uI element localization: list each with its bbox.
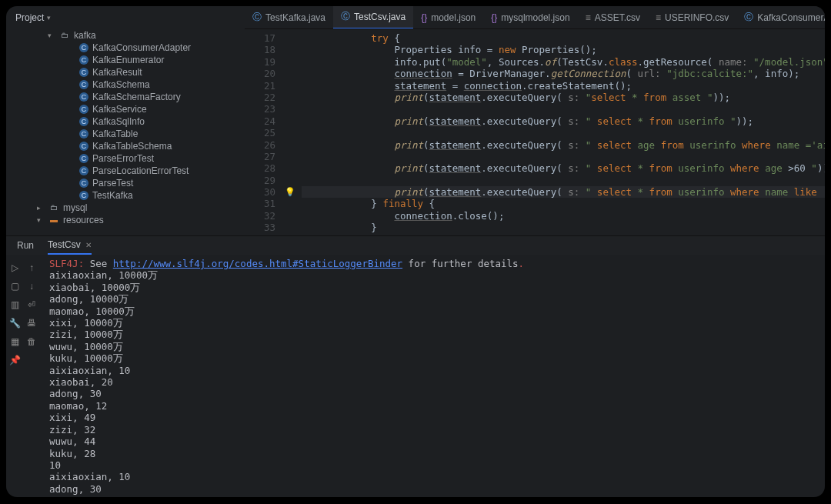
code-line[interactable]: } — [302, 222, 825, 233]
class-icon: C — [79, 80, 88, 89]
chevron-down-icon: ▾ — [47, 14, 51, 22]
csv-icon: ≡ — [656, 12, 661, 23]
resources-icon: ▬ — [48, 215, 59, 225]
tree-item-label: KafkaService — [92, 103, 147, 115]
up-icon[interactable]: ↑ — [29, 262, 34, 273]
class-icon: C — [79, 142, 88, 151]
code-line[interactable]: print(statement.executeQuery( s: " selec… — [302, 139, 825, 151]
code-line[interactable] — [302, 127, 825, 139]
tab-label: KafkaConsumerAdapter.java — [757, 12, 825, 23]
code-line[interactable]: connection.close(); — [302, 210, 825, 222]
tree-item[interactable]: CKafkaService — [15, 103, 245, 115]
tree-item[interactable]: CParseLocationErrorTest — [15, 165, 245, 177]
tree-item[interactable]: CKafkaResult — [15, 66, 245, 78]
code-line[interactable]: } finally { — [302, 198, 825, 209]
class-icon: C — [79, 43, 88, 52]
settings-icon[interactable]: 🔧 — [9, 318, 21, 329]
editor-tab[interactable]: {}model.json — [413, 6, 483, 29]
run-tab-label: TestCsv — [48, 239, 81, 250]
tree-item[interactable]: CKafkaSqlInfo — [15, 115, 245, 128]
code-line[interactable]: print(statement.executeQuery( s: " selec… — [302, 162, 825, 174]
tree-item[interactable]: CKafkaEnumerator — [15, 54, 245, 66]
run-toolbar: ▷ ▢ ▥ 🔧 ▦ 📌 ↑ ↓ ⏎ 🖶 🗑 — [6, 255, 40, 497]
bulb-icon[interactable]: 💡 — [285, 186, 295, 198]
pin-icon[interactable]: 📌 — [9, 355, 21, 365]
folder-icon: 🗀 — [59, 30, 70, 41]
layout-icon[interactable]: ▥ — [11, 299, 19, 310]
json-icon: {} — [421, 12, 427, 23]
tree-item[interactable]: CParseTest — [15, 177, 245, 189]
run-tab-active[interactable]: TestCsv ✕ — [48, 236, 92, 255]
code-editor[interactable]: 1718192021222324252627282930313233 💡 try… — [245, 29, 825, 235]
tree-item-label: kafka — [74, 29, 96, 42]
code-line[interactable]: statement = connection.createStatement()… — [302, 80, 825, 92]
code-line[interactable] — [302, 175, 825, 186]
close-icon[interactable]: ✕ — [85, 241, 92, 249]
project-tree[interactable]: ▾🗀kafkaCKafkaConsumerAdapterCKafkaEnumer… — [6, 29, 245, 235]
project-header[interactable]: Project ▾ — [6, 6, 245, 29]
code-line[interactable] — [302, 151, 825, 162]
editor-tabs[interactable]: ⒸTestKafka.javaⒸTestCsv.java{}model.json… — [245, 6, 825, 29]
class-icon: C — [79, 117, 88, 126]
folder-icon: 🗀 — [48, 202, 59, 213]
tree-folder-kafka[interactable]: ▾🗀kafka — [15, 29, 245, 42]
grid-icon[interactable]: ▦ — [11, 336, 19, 347]
class-icon: C — [79, 55, 88, 65]
print-icon[interactable]: 🖶 — [27, 318, 36, 329]
chevron-icon: ▸ — [37, 202, 45, 214]
log-error: SLF4J: — [49, 258, 90, 269]
code-line[interactable]: info.put("model", Sources.of(TestCsv.cla… — [302, 56, 825, 68]
tab-label: TestCsv.java — [354, 12, 405, 22]
code-line[interactable]: try { — [302, 32, 825, 44]
tree-item[interactable]: CKafkaTableSchema — [15, 140, 245, 152]
stop-icon[interactable]: ▢ — [11, 281, 19, 292]
code-line[interactable]: print(statement.executeQuery( s: "select… — [302, 92, 825, 103]
run-label: Run — [17, 240, 34, 251]
trash-icon[interactable]: 🗑 — [27, 336, 36, 347]
tab-label: ASSET.csv — [595, 12, 640, 23]
project-sidebar: Project ▾ ▾🗀kafkaCKafkaConsumerAdapterCK… — [6, 6, 245, 235]
editor-tab[interactable]: ⒸTestCsv.java — [333, 6, 413, 29]
editor-tab[interactable]: ⒸKafkaConsumerAdapter.java — [736, 6, 825, 29]
java-icon: Ⓒ — [341, 10, 350, 23]
log-link[interactable]: http://www.slf4j.org/codes.html#StaticLo… — [113, 258, 402, 269]
editor-tab[interactable]: ⒸTestKafka.java — [245, 6, 333, 29]
tree-item[interactable]: CKafkaSchemaFactory — [15, 91, 245, 103]
editor-tab[interactable]: {}mysqlmodel.json — [483, 6, 577, 29]
tree-item-label: mysql — [63, 202, 87, 214]
run-icon[interactable]: ▷ — [12, 262, 18, 273]
bulb-gutter: 💡 — [282, 29, 299, 235]
line-gutter: 1718192021222324252627282930313233 — [245, 29, 282, 235]
tree-item[interactable]: CParseErrorTest — [15, 152, 245, 165]
console-output[interactable]: SLF4J: See http://www.slf4j.org/codes.ht… — [40, 255, 825, 497]
tree-item-label: KafkaTable — [92, 128, 138, 140]
tree-item[interactable]: CKafkaConsumerAdapter — [15, 42, 245, 54]
code-line[interactable] — [302, 103, 825, 115]
class-icon: C — [79, 154, 88, 163]
code-line[interactable]: connection = DriverManager.getConnection… — [302, 68, 825, 79]
source-code[interactable]: try { Properties info = new Properties()… — [299, 29, 825, 235]
tree-item[interactable]: CTestKafka — [15, 189, 245, 202]
java-icon: Ⓒ — [744, 11, 753, 24]
code-line[interactable]: print(statement.executeQuery( s: " selec… — [302, 186, 825, 198]
tree-folder-mysql[interactable]: ▸🗀mysql — [15, 202, 245, 214]
editor-tab[interactable]: ≡USERINFO.csv — [648, 6, 736, 29]
tree-item[interactable]: CKafkaTable — [15, 128, 245, 140]
run-body: ▷ ▢ ▥ 🔧 ▦ 📌 ↑ ↓ ⏎ 🖶 🗑 SLF4J: See http://… — [6, 255, 825, 497]
class-icon: C — [79, 129, 88, 139]
wrap-icon[interactable]: ⏎ — [28, 299, 35, 310]
editor-tab[interactable]: ≡ASSET.csv — [578, 6, 648, 29]
tree-item-label: ParseLocationErrorTest — [92, 165, 189, 177]
chevron-icon: ▾ — [37, 214, 45, 226]
run-tabs-bar: Run TestCsv ✕ — [6, 236, 825, 255]
tree-item-label: KafkaSchemaFactory — [92, 91, 181, 103]
tree-folder-resources[interactable]: ▾▬resources — [15, 214, 245, 226]
tree-item-label: TestKafka — [92, 189, 133, 202]
class-icon: C — [79, 105, 88, 114]
tab-label: USERINFO.csv — [665, 12, 729, 23]
code-line[interactable]: print(statement.executeQuery( s: " selec… — [302, 115, 825, 127]
down-icon[interactable]: ↓ — [29, 281, 34, 292]
tree-item[interactable]: CKafkaSchema — [15, 78, 245, 91]
code-line[interactable]: Properties info = new Properties(); — [302, 44, 825, 55]
tree-item-label: KafkaConsumerAdapter — [92, 42, 191, 54]
